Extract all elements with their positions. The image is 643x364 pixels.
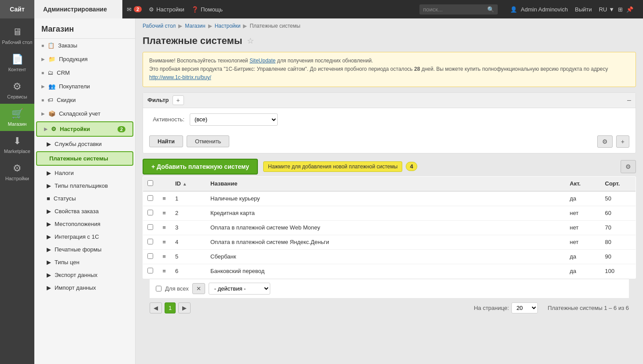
row-id-3[interactable]: 3 xyxy=(171,220,206,235)
delete-button[interactable]: ✕ xyxy=(192,283,205,294)
nav-orders[interactable]: ■ 📋 Заказы xyxy=(34,39,135,52)
row-sort-1: 50 xyxy=(601,191,636,206)
nav-print-forms[interactable]: ▶ Печатные формы xyxy=(34,243,135,256)
nav-payment[interactable]: Платежные системы xyxy=(36,151,133,166)
filter-title: Фильтр xyxy=(147,97,169,103)
filter-cancel-button[interactable]: Отменить xyxy=(187,135,229,147)
prev-page-button[interactable]: ◀ xyxy=(150,302,162,313)
admin-tab[interactable]: Администрирование xyxy=(34,0,122,18)
filter-add-condition-button[interactable]: + xyxy=(173,95,184,105)
row-sort-5: 90 xyxy=(601,249,636,264)
filter-find-button[interactable]: Найти xyxy=(149,135,183,147)
table-toolbar: + Добавить платежную систему Нажмите для… xyxy=(143,159,636,175)
page-title: Платежные системы xyxy=(143,35,243,47)
table-gear-button[interactable]: ⚙ xyxy=(621,160,636,173)
nav-delivery[interactable]: ▶ Службы доставки xyxy=(34,138,135,150)
nav-import[interactable]: ▶ Импорт данных xyxy=(34,281,135,294)
breadcrumb: Рабочий стол ▶ Магазин ▶ Настройки ▶ Пла… xyxy=(136,18,643,33)
row-id-2[interactable]: 2 xyxy=(171,206,206,220)
site-update-link[interactable]: SiteUpdate xyxy=(250,58,276,64)
nav-buyers[interactable]: ▶ 👥 Покупатели xyxy=(34,80,135,93)
sidebar-item-settings[interactable]: ⚙ Настройки xyxy=(0,158,34,186)
col-header-id[interactable]: ID ▲ xyxy=(171,176,206,191)
sidebar-item-marketplace[interactable]: ⬇ Marketplace xyxy=(0,131,34,158)
filter-activity-select[interactable]: (все) да нет xyxy=(190,113,278,126)
for-all-checkbox[interactable] xyxy=(156,286,162,291)
page-1-button[interactable]: 1 xyxy=(165,302,176,313)
site-button[interactable]: Сайт xyxy=(0,0,34,18)
row-sort-4: 80 xyxy=(601,235,636,249)
nav-statuses[interactable]: ■ Статусы xyxy=(34,192,135,205)
nav-products[interactable]: ▶ 📁 Продукция xyxy=(34,52,135,66)
nav-export[interactable]: ▶ Экспорт данных xyxy=(34,269,135,281)
breadcrumb-shop[interactable]: Магазин xyxy=(185,23,205,29)
nav-settings-highlighted[interactable]: ▶ ⚙ Настройки 2 xyxy=(36,121,133,137)
row-id-6[interactable]: 6 xyxy=(171,264,206,278)
favorite-star-icon[interactable]: ☆ xyxy=(247,36,254,46)
pagination-bar: ◀ 1 ▶ На странице: 10 20 50 100 Платежны… xyxy=(143,298,636,318)
filter-gear-button[interactable]: ⚙ xyxy=(597,135,613,148)
settings-nav-arrow: ▶ xyxy=(44,127,48,131)
nav-crm[interactable]: ■ 🗂 CRM xyxy=(34,66,135,80)
row-id-1[interactable]: 1 xyxy=(171,191,206,206)
add-payment-system-button[interactable]: + Добавить платежную систему xyxy=(143,159,258,175)
buyers-label: Покупатели xyxy=(59,83,90,90)
filter-activity-row: Активность: (все) да нет xyxy=(149,113,629,126)
row-drag-3[interactable]: ≡ xyxy=(158,220,171,235)
row-drag-5[interactable]: ≡ xyxy=(158,249,171,264)
logout-button[interactable]: Выйти xyxy=(571,6,595,13)
question-icon: ❓ xyxy=(191,6,198,13)
top-bar: Сайт Администрирование ✉ 2 ⚙ Настройки ❓… xyxy=(0,0,643,18)
nav-1c[interactable]: ▶ Интеграция с 1С xyxy=(34,230,135,243)
next-page-button[interactable]: ▶ xyxy=(178,302,191,313)
row-drag-6[interactable]: ≡ xyxy=(158,264,171,278)
row-active-2: нет xyxy=(566,206,601,220)
nav-warehouse[interactable]: ▶ 📦 Складской учет xyxy=(34,107,135,120)
filter-plus-button[interactable]: + xyxy=(616,135,629,148)
crm-label: CRM xyxy=(57,69,70,76)
nav-discounts[interactable]: ■ 🏷 Скидки xyxy=(34,93,135,107)
breadcrumb-settings[interactable]: Настройки xyxy=(215,23,241,29)
search-input[interactable] xyxy=(423,6,485,13)
settings-topbar-button[interactable]: ⚙ Настройки xyxy=(149,6,184,13)
row-drag-4[interactable]: ≡ xyxy=(158,235,171,249)
desktop-icon: 🖥 xyxy=(12,26,22,38)
row-active-6: да xyxy=(566,264,601,278)
shop-icon: 🛒 xyxy=(11,108,23,120)
per-page-select[interactable]: 10 20 50 100 xyxy=(511,302,538,313)
row-checkbox-6[interactable] xyxy=(147,268,153,273)
messages-button[interactable]: ✉ 2 xyxy=(127,6,142,13)
nav-sidebar-title: Магазин xyxy=(34,18,135,39)
breadcrumb-sep-1: ▶ xyxy=(178,23,182,29)
sidebar-item-services[interactable]: ⚙ Сервисы xyxy=(0,76,34,104)
statuses-label: Статусы xyxy=(54,195,76,202)
row-checkbox-5[interactable] xyxy=(147,253,153,259)
nav-price-types[interactable]: ▶ Типы цен xyxy=(34,256,135,269)
select-all-checkbox[interactable] xyxy=(147,180,153,186)
nav-locations[interactable]: ▶ Местоположения xyxy=(34,218,135,230)
help-button[interactable]: ❓ Помощь xyxy=(191,6,223,13)
row-drag-2[interactable]: ≡ xyxy=(158,206,171,220)
language-button[interactable]: RU ▼ xyxy=(599,6,614,13)
row-id-4[interactable]: 4 xyxy=(171,235,206,249)
breadcrumb-desktop[interactable]: Рабочий стол xyxy=(143,23,176,29)
nav-taxes[interactable]: ▶ Налоги xyxy=(34,167,135,179)
row-checkbox-2[interactable] xyxy=(147,210,153,215)
row-drag-1[interactable]: ≡ xyxy=(158,191,171,206)
sidebar-item-content[interactable]: 📄 Контент xyxy=(0,49,34,76)
table-row: ≡ 2 Кредитная карта нет 60 xyxy=(143,206,636,220)
nav-payer-types[interactable]: ▶ Типы плательщиков xyxy=(34,179,135,192)
row-id-5[interactable]: 5 xyxy=(171,249,206,264)
sidebar-item-shop[interactable]: 🛒 Магазин xyxy=(0,104,34,131)
actions-select[interactable]: - действия - Удалить xyxy=(209,283,270,295)
row-checkbox-3[interactable] xyxy=(147,224,153,230)
row-checkbox-4[interactable] xyxy=(147,239,153,244)
taxes-label: Налоги xyxy=(55,170,74,176)
sidebar-item-desktop[interactable]: 🖥 Рабочий стол xyxy=(0,22,34,49)
nav-order-props[interactable]: ▶ Свойства заказа xyxy=(34,205,135,218)
filter-minimize-button[interactable]: – xyxy=(627,96,631,104)
buy-link[interactable]: http://www.1c-bitrix.ru/buy/ xyxy=(149,74,211,80)
row-checkbox-1[interactable] xyxy=(147,195,153,201)
price-types-arrow: ▶ xyxy=(47,259,51,266)
content-area: Рабочий стол ▶ Магазин ▶ Настройки ▶ Пла… xyxy=(136,18,643,364)
